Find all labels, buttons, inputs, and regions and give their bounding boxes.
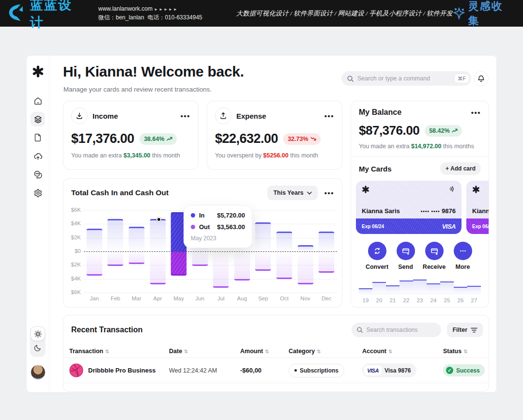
light-mode-button[interactable]: [31, 327, 45, 341]
cashflow-xlabels: JanFebMarAprMayJunJulAugSepOctNovDec: [84, 296, 337, 301]
mini-bar-label: 19: [359, 297, 372, 303]
mini-bar-label: 24: [427, 297, 440, 303]
bar-out-nov[interactable]: [297, 251, 313, 284]
sidebar-item-messages[interactable]: [31, 167, 45, 182]
send-icon: [401, 247, 410, 255]
balance-menu-button[interactable]: •••: [471, 109, 481, 117]
income-menu-button[interactable]: •••: [181, 112, 190, 120]
sort-icon[interactable]: ⇅: [265, 349, 269, 354]
more-button[interactable]: More: [448, 242, 477, 270]
banner-logo-text: 蓝蓝设计: [30, 0, 86, 31]
chart-menu-button[interactable]: •••: [324, 189, 334, 197]
expense-note: You overspent by $5256.00 this month: [215, 152, 334, 159]
mini-bar-24[interactable]: [427, 283, 440, 294]
bar-out-aug[interactable]: [234, 251, 250, 280]
mini-bar-23[interactable]: [413, 280, 427, 294]
mini-bar-22[interactable]: [400, 280, 413, 294]
bar-in-jan[interactable]: [86, 229, 102, 251]
mini-bar-21[interactable]: [386, 285, 400, 294]
column-header-date[interactable]: Date⇅: [169, 348, 240, 355]
sort-icon[interactable]: ⇅: [388, 349, 392, 354]
bar-out-sep[interactable]: [255, 251, 271, 271]
bar-out-oct[interactable]: [276, 251, 292, 279]
bar-out-dec[interactable]: [319, 251, 335, 273]
column-header-amount[interactable]: Amount⇅: [240, 348, 289, 355]
dark-mode-button[interactable]: [31, 341, 45, 354]
convert-button[interactable]: Convert: [363, 242, 391, 270]
sidebar-item-cards[interactable]: [31, 112, 45, 126]
card-expiry: Exp 06/2: [472, 224, 489, 229]
page-subtitle: Manage your cards and review recent tran…: [63, 86, 212, 93]
bar-out-apr[interactable]: [150, 251, 166, 284]
bar-out-feb[interactable]: [108, 251, 123, 266]
bar-in-dec[interactable]: [319, 232, 335, 251]
mini-bar-25[interactable]: [440, 281, 454, 294]
shortcut-badge: ⌘F: [454, 74, 469, 83]
bar-in-apr[interactable]: [150, 219, 166, 251]
send-button[interactable]: Send: [391, 242, 420, 270]
sort-icon[interactable]: ⇅: [105, 349, 109, 354]
bar-in-feb[interactable]: [108, 219, 123, 251]
mini-bar-label: 23: [413, 297, 427, 303]
sort-icon[interactable]: ⇅: [317, 349, 321, 354]
account-badge: VISAVisa 9876: [362, 363, 416, 377]
sidebar-item-documents[interactable]: [31, 130, 45, 145]
period-selector[interactable]: This Years: [267, 186, 317, 200]
bar-in-nov[interactable]: [297, 245, 313, 251]
search-input[interactable]: [357, 75, 454, 82]
credit-card-2[interactable]: Kianna Exp 06/2: [466, 181, 489, 234]
tooltip-caption: May 2023: [191, 235, 245, 242]
mini-bar-26[interactable]: [454, 287, 467, 294]
table-row[interactable]: Dribbble Pro Business Wed 12:24:42 AM -$…: [63, 358, 489, 383]
app-logo-asterisk-icon[interactable]: [32, 65, 44, 79]
add-card-button[interactable]: + Add card: [440, 162, 481, 175]
bar-out-mar[interactable]: [128, 251, 144, 264]
sort-icon[interactable]: ⇅: [463, 349, 467, 354]
bar-in-mar[interactable]: [128, 227, 144, 251]
bar-in-oct[interactable]: [276, 232, 292, 251]
bar-out-may[interactable]: [171, 251, 187, 276]
sun-icon: [34, 330, 42, 338]
column-header-category[interactable]: Category⇅: [289, 348, 362, 355]
expense-amount: $22,632.00: [215, 131, 278, 146]
income-amount: $17,376.00: [71, 131, 134, 146]
sidebar-item-home[interactable]: [31, 93, 45, 108]
theme-toggle[interactable]: [30, 326, 46, 357]
transactions-search[interactable]: [352, 323, 441, 337]
bar-in-sep[interactable]: [255, 222, 271, 251]
global-search[interactable]: ⌘F: [341, 71, 471, 86]
receive-button[interactable]: Receive: [420, 242, 448, 270]
convert-icon: [373, 247, 382, 255]
column-header-transaction[interactable]: Transaction⇅: [69, 348, 169, 355]
user-avatar[interactable]: [31, 365, 46, 380]
credit-card-1[interactable]: Kianna Saris •••• •••• 9876 Exp 06/24 VI…: [356, 181, 461, 234]
layers-icon: [33, 115, 43, 124]
x-axis-label: Dec: [316, 296, 337, 301]
notifications-button[interactable]: [474, 71, 489, 86]
column-header-status[interactable]: Status⇅: [443, 348, 483, 355]
mini-bar-19[interactable]: [359, 288, 372, 294]
income-label: Income: [92, 112, 118, 120]
filter-button[interactable]: Filter: [447, 323, 483, 337]
transactions-title: Recent Transaction: [71, 326, 143, 334]
chevron-down-icon: [307, 191, 312, 195]
banner-logo: 蓝蓝设计: [8, 0, 86, 31]
banner-wechat: 微信：ben_lanlan: [98, 14, 144, 21]
bar-out-jul[interactable]: [213, 251, 229, 288]
balance-note: You made an extra $14,972.00 this months: [359, 143, 481, 150]
bar-out-jan[interactable]: [86, 251, 102, 276]
transaction-name: Dribbble Pro Business: [88, 367, 155, 374]
contactless-icon: [448, 185, 456, 193]
sidebar: [27, 56, 49, 392]
sort-icon[interactable]: ⇅: [184, 349, 188, 354]
cards-carousel[interactable]: Kianna Saris •••• •••• 9876 Exp 06/24 VI…: [356, 181, 489, 234]
mini-bar-27[interactable]: [467, 286, 481, 294]
x-axis-label: Sep: [253, 296, 274, 301]
mini-bar-20[interactable]: [372, 282, 386, 294]
transactions-search-input[interactable]: [366, 327, 429, 333]
bar-out-jun[interactable]: [192, 251, 208, 266]
column-header-account[interactable]: Account⇅: [362, 348, 443, 355]
sidebar-item-cloud[interactable]: [31, 149, 45, 163]
sidebar-item-settings[interactable]: [31, 186, 45, 200]
expense-menu-button[interactable]: •••: [324, 112, 334, 120]
